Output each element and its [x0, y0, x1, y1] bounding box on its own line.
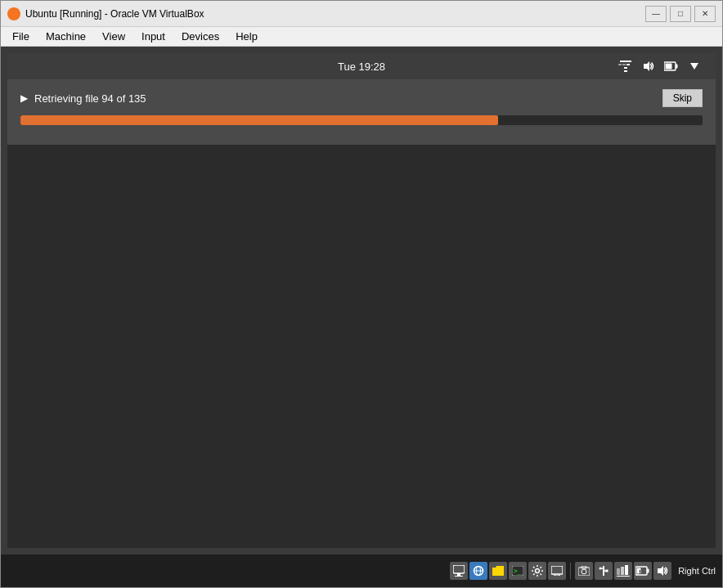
svg-marker-6	[644, 61, 649, 71]
menu-view[interactable]: View	[94, 27, 133, 46]
progress-bar-fill	[20, 115, 498, 125]
tray-separator	[570, 563, 571, 579]
tray-capture-icon[interactable]	[575, 562, 593, 580]
menu-machine[interactable]: Machine	[38, 27, 94, 46]
menu-help[interactable]: Help	[227, 27, 266, 46]
svg-rect-21	[453, 565, 465, 573]
close-button[interactable]: ✕	[694, 6, 716, 22]
tray-network-icon[interactable]	[450, 562, 468, 580]
tray-icons: >_	[450, 562, 671, 580]
svg-rect-1	[618, 64, 622, 65]
svg-rect-43	[621, 567, 624, 575]
system-menu-icon[interactable]	[686, 60, 703, 73]
title-bar: Ubuntu [Running] - Oracle VM VirtualBox …	[1, 1, 722, 27]
menu-bar: File Machine View Input Devices Help	[1, 27, 722, 47]
virtualbox-window: Ubuntu [Running] - Oracle VM VirtualBox …	[0, 0, 723, 588]
network-status-icon	[617, 60, 634, 73]
svg-text:!: !	[639, 568, 641, 576]
svg-rect-41	[606, 570, 608, 572]
svg-rect-4	[624, 67, 627, 69]
progress-bar-background	[20, 115, 703, 125]
ubuntu-topbar: Tue 19:28	[7, 53, 716, 79]
svg-rect-44	[625, 565, 628, 575]
svg-rect-42	[617, 568, 620, 575]
tray-browser-icon[interactable]	[469, 562, 487, 580]
tray-terminal-icon[interactable]: >_	[509, 562, 527, 580]
vm-content-area: Tue 19:28	[1, 47, 722, 554]
tray-battery2-icon[interactable]: !	[634, 562, 652, 580]
svg-rect-22	[457, 573, 460, 576]
svg-rect-45	[617, 576, 630, 577]
play-icon: ▶	[20, 92, 28, 104]
skip-button[interactable]: Skip	[662, 89, 703, 107]
menu-devices[interactable]: Devices	[173, 27, 227, 46]
volume-status-icon	[640, 60, 657, 73]
svg-text:>_: >_	[514, 568, 522, 575]
svg-rect-3	[626, 64, 630, 65]
topbar-time: Tue 19:28	[338, 61, 385, 73]
svg-rect-47	[647, 569, 649, 573]
progress-area: ▶ Retrieving file 94 of 135 Skip	[7, 79, 716, 145]
restore-button[interactable]: □	[670, 6, 691, 22]
vbox-icon	[7, 7, 20, 20]
svg-marker-10	[690, 63, 698, 70]
window-controls: — □ ✕	[645, 6, 716, 22]
tray-settings-icon[interactable]	[528, 562, 546, 580]
vm-screen[interactable]: Tue 19:28	[7, 53, 716, 548]
svg-point-35	[582, 569, 586, 574]
tray-network2-icon[interactable]	[614, 562, 632, 580]
topbar-icons	[617, 60, 703, 73]
svg-point-40	[600, 568, 602, 570]
minimize-button[interactable]: —	[645, 6, 667, 22]
battery-status-icon	[663, 60, 680, 73]
svg-rect-8	[676, 65, 678, 69]
tray-volume2-icon[interactable]	[653, 562, 671, 580]
menu-file[interactable]: File	[4, 27, 38, 46]
svg-rect-0	[620, 61, 631, 62]
window-title: Ubuntu [Running] - Oracle VM VirtualBox	[25, 8, 645, 20]
right-ctrl-label: Right Ctrl	[678, 566, 716, 576]
svg-rect-9	[666, 64, 672, 70]
svg-marker-50	[658, 566, 663, 576]
ubuntu-display[interactable]: Tue 19:28	[7, 53, 716, 548]
svg-rect-5	[624, 70, 627, 72]
tray-usb-icon[interactable]	[595, 562, 613, 580]
svg-rect-30	[551, 566, 563, 574]
svg-rect-2	[622, 64, 626, 65]
progress-row: ▶ Retrieving file 94 of 135 Skip	[20, 89, 703, 107]
menu-input[interactable]: Input	[133, 27, 173, 46]
taskbar: >_	[1, 554, 722, 587]
progress-text: Retrieving file 94 of 135	[34, 92, 662, 105]
svg-point-29	[536, 569, 540, 573]
tray-folder-icon[interactable]	[489, 562, 507, 580]
svg-rect-23	[455, 576, 463, 577]
tray-monitor-icon[interactable]	[548, 562, 566, 580]
